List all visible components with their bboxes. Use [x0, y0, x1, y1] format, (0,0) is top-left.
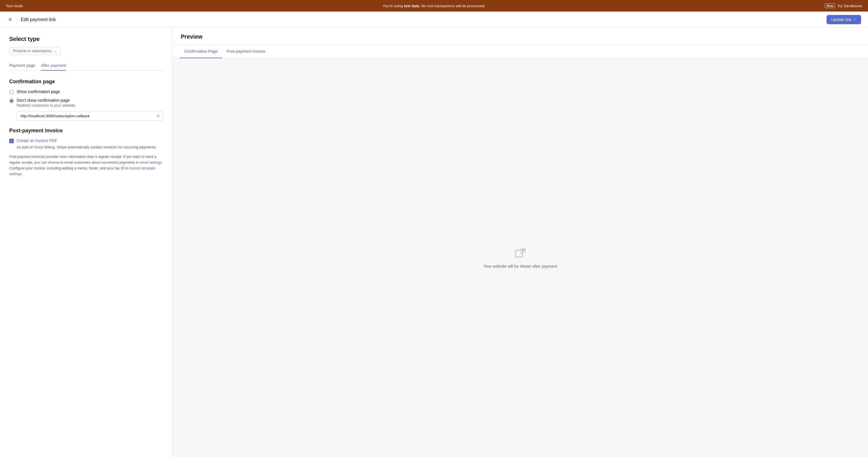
stripe-billing-link[interactable]: Stripe Billing [34, 145, 54, 149]
update-link-button[interactable]: Update link ✓ [827, 15, 861, 24]
test-data-bold: test data [404, 4, 419, 8]
preview-tab-confirmation[interactable]: Confirmation Page [180, 45, 222, 58]
external-link-icon [514, 247, 527, 260]
tab-payment-page[interactable]: Payment page [9, 61, 35, 70]
show-confirmation-label: Show confirmation page [17, 89, 60, 94]
header-title: Edit payment link [21, 17, 56, 22]
chevron-down-icon: ⌄ [54, 49, 57, 53]
try-sandboxes-area: New Try Sandboxes [825, 3, 862, 8]
confirmation-page-heading: Confirmation page [9, 79, 163, 85]
left-panel: Select type Products or subscriptions ⌄ … [0, 28, 173, 457]
callback-url-input[interactable] [21, 114, 155, 118]
dont-show-confirmation-radio[interactable] [9, 98, 14, 103]
banner-message: You're using test data. No real transact… [382, 4, 486, 8]
tab-after-payment[interactable]: After payment [41, 61, 66, 70]
preview-title: Preview [181, 33, 860, 45]
invoice-checkbox-description: As part of Stripe Billing, Stripe automa… [17, 145, 163, 149]
post-payment-invoice-heading: Post-payment invoice [9, 127, 163, 134]
preview-tab-post-payment[interactable]: Post-payment invoice [222, 45, 270, 58]
radio-dont-show-confirmation[interactable]: Don't show confirmation page Redirect cu… [9, 98, 163, 108]
redirect-description: Redirect customers to your website. [17, 103, 76, 108]
right-panel: Preview Confirmation Page Post-payment i… [173, 28, 868, 457]
invoice-template-settings-link[interactable]: invoice template settings [9, 166, 155, 176]
checkmark-icon: ✓ [853, 17, 857, 22]
test-mode-label: Test mode [6, 4, 23, 8]
header-left: ✕ Edit payment link [7, 15, 56, 24]
invoice-note: Post-payment invoices provide more infor… [9, 154, 163, 177]
callback-url-field[interactable]: ⧉ [17, 111, 163, 121]
type-dropdown[interactable]: Products or subscriptions ⌄ [9, 47, 61, 55]
preview-message: Your website will be shown after payment [484, 264, 557, 268]
create-invoice-checkbox[interactable]: ✓ [9, 139, 14, 143]
check-icon: ✓ [10, 139, 13, 143]
type-dropdown-value: Products or subscriptions [13, 49, 52, 53]
update-link-label: Update link [831, 17, 851, 22]
new-badge: New [825, 3, 835, 8]
try-sandboxes-link[interactable]: Try Sandboxes [837, 4, 862, 8]
copy-icon[interactable]: ⧉ [157, 114, 159, 118]
select-type-heading: Select type [9, 36, 163, 42]
test-mode-banner: Test mode You're using test data. No rea… [0, 0, 868, 11]
preview-tabs: Confirmation Page Post-payment invoice [173, 45, 868, 58]
close-button[interactable]: ✕ [7, 15, 13, 24]
show-confirmation-radio[interactable] [9, 90, 14, 94]
svg-rect-0 [516, 250, 523, 257]
post-payment-invoice-section: Post-payment invoice ✓ Create an invoice… [9, 127, 163, 177]
header-divider [17, 17, 17, 23]
create-invoice-label[interactable]: Create an invoice PDF [17, 138, 57, 143]
radio-show-confirmation[interactable]: Show confirmation page [9, 89, 163, 94]
dont-show-confirmation-label: Don't show confirmation page [17, 98, 76, 103]
preview-content: Your website will be shown after payment [173, 58, 868, 457]
header-bar: ✕ Edit payment link Update link ✓ [0, 11, 868, 28]
main-layout: Select type Products or subscriptions ⌄ … [0, 28, 868, 457]
email-settings-link[interactable]: email settings [140, 161, 162, 165]
create-invoice-checkbox-row[interactable]: ✓ Create an invoice PDF [9, 138, 163, 143]
after-payment-tabs: Payment page After payment [9, 61, 163, 70]
